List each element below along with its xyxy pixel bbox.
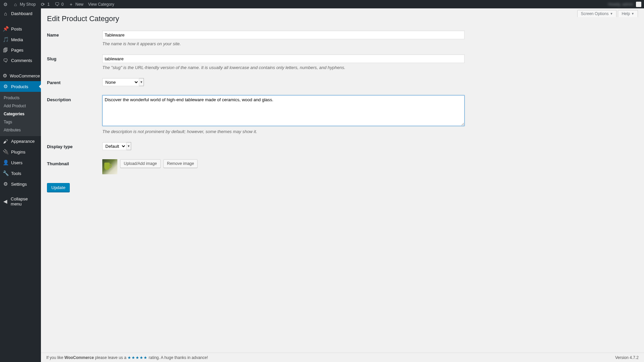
edit-form: Name The name is how it appears on your …	[47, 26, 638, 178]
thumbnail-preview	[102, 159, 117, 174]
menu-label: Collapse menu	[11, 196, 38, 206]
comments-count: 0	[61, 2, 64, 7]
version-text: Version 4.7.2	[615, 355, 639, 360]
brush-icon: 🖌	[3, 138, 8, 144]
view-category-link[interactable]: View Category	[88, 2, 114, 7]
update-button[interactable]: Update	[47, 183, 70, 192]
comment-icon: 🗨	[3, 58, 8, 63]
tools-icon: 🔧	[3, 170, 8, 176]
media-icon: 🎵	[3, 37, 8, 43]
collapse-menu[interactable]: ◀Collapse menu	[0, 194, 41, 209]
refresh-icon: ⟳	[40, 2, 46, 7]
menu-label: Appearance	[11, 139, 35, 144]
dashboard-icon: ⌂	[3, 11, 8, 16]
view-label: View Category	[88, 2, 114, 7]
updates-link[interactable]: ⟳1	[40, 2, 50, 7]
woo-icon: ⚙	[3, 73, 7, 79]
description-textarea[interactable]: Discover the wonderful world of high-end…	[102, 95, 465, 126]
menu-label: Plugins	[11, 149, 25, 155]
chevron-down-icon: ▼	[126, 142, 131, 150]
description-help: The description is not prominent by defa…	[102, 129, 465, 134]
slug-label: Slug	[47, 50, 102, 74]
sidebar-item-products[interactable]: ⚙Products	[0, 81, 41, 92]
new-label: New	[75, 2, 84, 7]
sidebar-item-users[interactable]: 👤Users	[0, 157, 41, 168]
sidebar-item-appearance[interactable]: 🖌Appearance	[0, 136, 41, 146]
slug-help: The "slug" is the URL-friendly version o…	[102, 65, 465, 70]
admin-footer: If you like WooCommerce please leave us …	[41, 353, 644, 362]
updates-count: 1	[47, 2, 50, 7]
product-icon: ⚙	[3, 83, 8, 89]
description-label: Description	[47, 91, 102, 138]
users-icon: 👤	[3, 160, 8, 166]
sidebar-item-comments[interactable]: 🗨Comments	[0, 55, 41, 66]
home-icon: ⌂	[13, 2, 18, 7]
menu-label: Posts	[11, 26, 22, 32]
new-link[interactable]: +New	[68, 2, 84, 7]
site-link[interactable]: ⌂My Shop	[13, 2, 36, 7]
plus-icon: +	[68, 2, 74, 7]
page-title: Edit Product Category	[47, 8, 638, 26]
tab-label: Screen Options	[581, 11, 609, 16]
display-type-select[interactable]: Default	[102, 142, 126, 150]
name-help: The name is how it appears on your site.	[102, 41, 465, 46]
thumbnail-label: Thumbnail	[47, 155, 102, 178]
screen-options-tab[interactable]: Screen Options▼	[577, 10, 617, 17]
sidebar-item-posts[interactable]: 📌Posts	[0, 23, 41, 34]
page-icon: 🗐	[3, 47, 8, 53]
products-submenu: Products Add Product Categories Tags Att…	[0, 92, 41, 136]
menu-label: Tools	[11, 171, 21, 176]
submenu-products[interactable]: Products	[0, 94, 41, 102]
collapse-icon: ◀	[3, 198, 8, 204]
sidebar-item-media[interactable]: 🎵Media	[0, 34, 41, 45]
footer-message: If you like WooCommerce please leave us …	[46, 355, 208, 360]
submenu-attributes[interactable]: Attributes	[0, 126, 41, 134]
sidebar-item-pages[interactable]: 🗐Pages	[0, 45, 41, 55]
name-label: Name	[47, 26, 102, 50]
sidebar-item-tools[interactable]: 🔧Tools	[0, 168, 41, 179]
name-input[interactable]	[102, 31, 465, 39]
main-content: Screen Options▼ Help▼ Edit Product Categ…	[41, 8, 644, 362]
parent-label: Parent	[47, 74, 102, 91]
wordpress-icon: ⚙	[3, 2, 8, 7]
slug-input[interactable]	[102, 54, 465, 63]
admin-sidebar: ⌂Dashboard 📌Posts 🎵Media 🗐Pages 🗨Comment…	[0, 8, 41, 362]
plugin-icon: 🔌	[3, 149, 8, 155]
admin-bar: ⚙ ⌂My Shop ⟳1 🗨0 +New View Category Howd…	[0, 0, 644, 8]
tab-label: Help	[622, 11, 630, 16]
settings-icon: ⚙	[3, 181, 8, 187]
menu-label: Settings	[11, 182, 27, 187]
submenu-add-product[interactable]: Add Product	[0, 102, 41, 110]
menu-label: WooCommerce	[10, 73, 40, 78]
chevron-down-icon: ▼	[631, 12, 634, 15]
menu-label: Media	[11, 37, 23, 42]
menu-label: Users	[11, 160, 22, 165]
chevron-down-icon: ▼	[610, 12, 613, 15]
upload-image-button[interactable]: Upload/Add image	[120, 159, 161, 168]
submenu-categories[interactable]: Categories	[0, 110, 41, 118]
wp-logo[interactable]: ⚙	[3, 2, 8, 7]
help-tab[interactable]: Help▼	[618, 10, 638, 17]
user-avatar-icon[interactable]	[636, 2, 641, 7]
sidebar-item-dashboard[interactable]: ⌂Dashboard	[0, 8, 41, 19]
comments-link[interactable]: 🗨0	[54, 2, 64, 7]
display-type-label: Display type	[47, 138, 102, 155]
menu-label: Comments	[11, 58, 32, 63]
site-name: My Shop	[20, 2, 36, 7]
sidebar-item-settings[interactable]: ⚙Settings	[0, 179, 41, 189]
sidebar-item-woocommerce[interactable]: ⚙WooCommerce	[0, 70, 41, 81]
menu-label: Pages	[11, 48, 23, 53]
rating-link[interactable]: ★★★★★	[127, 355, 148, 360]
comment-icon: 🗨	[54, 2, 60, 7]
submenu-tags[interactable]: Tags	[0, 118, 41, 126]
user-menu[interactable]: Howdy, admin	[608, 2, 633, 7]
remove-image-button[interactable]: Remove image	[163, 159, 198, 168]
menu-label: Products	[11, 84, 28, 89]
chevron-down-icon: ▼	[139, 78, 144, 86]
menu-label: Dashboard	[11, 11, 33, 16]
parent-select[interactable]: None	[102, 78, 139, 86]
pin-icon: 📌	[3, 26, 8, 32]
sidebar-item-plugins[interactable]: 🔌Plugins	[0, 146, 41, 157]
